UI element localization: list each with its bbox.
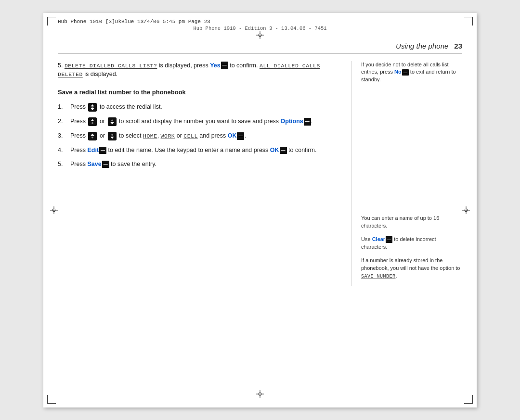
key-ok-3: OK (228, 132, 237, 139)
key-ok-3-box: — (237, 132, 244, 140)
page-number: 23 (454, 42, 462, 50)
nav-icon-updown (88, 102, 97, 112)
header-top-line: Hub Phone 1010 [3]DkBlue 13/4/06 5:45 pm… (58, 19, 462, 25)
key-edit: Edit (87, 147, 99, 153)
step-4-num: 4. (58, 146, 67, 155)
key-ok-4: OK (270, 147, 279, 153)
crosshair-right (462, 206, 470, 214)
two-col-layout: 5. DELETE DIALLED CALLS LIST? is display… (58, 61, 462, 286)
note-key-no-box: — (402, 69, 409, 76)
header-bottom-text: Hub Phone 1010 - Edition 3 - 13.04.06 - … (193, 25, 326, 31)
step-2-content: Press or (70, 117, 339, 127)
svg-point-18 (92, 122, 94, 124)
step-delete-block: 5. DELETE DIALLED CALLS LIST? is display… (58, 61, 339, 79)
page-title-bar: Using the phone 23 (58, 42, 462, 53)
key-save-box: — (102, 161, 109, 168)
note-3-pre: Use (361, 236, 372, 242)
lcd-delete-calls: DELETE DIALLED CALLS LIST? (65, 63, 157, 69)
svg-rect-16 (88, 117, 97, 126)
list-item: 2. Press or (58, 117, 339, 127)
page: Hub Phone 1010 [3]DkBlue 13/4/06 5:45 pm… (43, 13, 477, 407)
note-4-lcd: SAVE NUMBER (361, 274, 396, 279)
note-key-clear-box: — (386, 236, 392, 243)
note-4-post: . (396, 273, 397, 279)
step-3-num: 3. (58, 131, 67, 140)
step-1-num: 1. (58, 102, 67, 112)
svg-point-15 (92, 106, 94, 108)
note-4-pre: If a number is already stored in the pho… (361, 257, 460, 271)
crosshair-bottom (256, 390, 264, 398)
step-3-or: or (100, 132, 107, 139)
list-item: 4. Press Edit— to edit the name. Use the… (58, 146, 339, 155)
nav-icon-down2 (107, 131, 117, 141)
spacer (361, 89, 462, 215)
step-5-num: 5. (58, 160, 67, 169)
header-bottom-line: Hub Phone 1010 - Edition 3 - 13.04.06 - … (43, 25, 477, 31)
key-save: Save (87, 161, 101, 167)
note-4: If a number is already stored in the pho… (361, 257, 462, 280)
step-delete-num: 5. (58, 62, 65, 69)
nav-icon-up (88, 117, 97, 127)
col-right: If you decide not to delete all calls li… (351, 61, 462, 286)
crosshair-left (50, 206, 58, 214)
note-key-clear: Clear (372, 236, 386, 242)
svg-point-24 (92, 137, 94, 139)
step-delete-rest: to confirm. (228, 62, 260, 69)
svg-point-21 (111, 119, 113, 121)
key-ok-4-box: — (280, 147, 287, 154)
page-title: Using the phone (396, 42, 448, 50)
key-yes: Yes (210, 62, 221, 69)
main-content: Using the phone 23 5. DELETE DIALLED CAL… (58, 42, 462, 388)
page-header: Hub Phone 1010 [3]DkBlue 13/4/06 5:45 pm… (43, 13, 477, 37)
key-options-box: — (304, 118, 311, 126)
col-left: 5. DELETE DIALLED CALLS LIST? is display… (58, 61, 351, 286)
svg-rect-25 (107, 132, 116, 140)
step-4-content: Press Edit— to edit the name. Use the ke… (70, 146, 339, 155)
header-top-text: Hub Phone 1010 [3]DkBlue 13/4/06 5:45 pm… (58, 19, 210, 25)
svg-rect-22 (88, 132, 97, 140)
step-2-num: 2. (58, 117, 67, 126)
lcd-cell: CELL (183, 133, 198, 139)
key-options: Options (281, 118, 303, 125)
step-2-or: or (100, 118, 107, 125)
note-key-no: No (394, 69, 402, 75)
step-delete-end: is displayed. (83, 71, 117, 77)
step-3-content: Press or (70, 131, 339, 141)
lcd-home: HOME (143, 133, 157, 139)
note-2: You can enter a name of up to 16 charact… (361, 215, 462, 230)
nav-icon-down (107, 117, 117, 127)
svg-rect-19 (107, 117, 116, 126)
corner-mark-br (464, 395, 473, 404)
list-item: 5. Press Save— to save the entry. (58, 160, 339, 169)
step-1-content: Press to access the redial list. (70, 102, 339, 112)
note-2-text: You can enter a name of up to 16 charact… (361, 215, 439, 229)
key-edit-box: — (99, 147, 106, 154)
note-3: Use Clear— to delete incorrect character… (361, 236, 462, 251)
list-item: 3. Press or (58, 131, 339, 141)
step-5-content: Press Save— to save the entry. (70, 160, 339, 169)
list-item: 1. Press to access (58, 102, 339, 112)
steps-list: 1. Press to access (58, 102, 339, 169)
lcd-work: WORK (161, 133, 175, 139)
nav-icon-up2 (88, 131, 97, 141)
key-yes-box: — (221, 62, 228, 69)
svg-point-27 (111, 134, 113, 136)
note-1: If you decide not to delete all calls li… (361, 61, 462, 84)
step-delete-mid: is displayed, press (157, 62, 210, 69)
corner-mark-bl (47, 395, 56, 404)
section-heading: Save a redial list number to the phonebo… (58, 89, 339, 96)
